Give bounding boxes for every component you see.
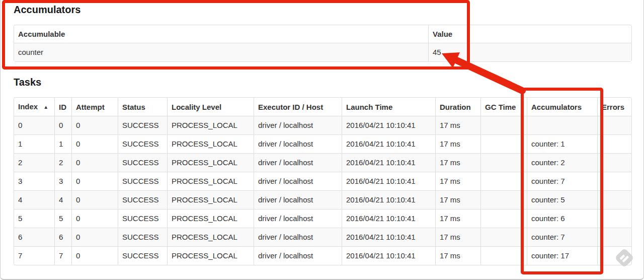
task-cell-id: 1 — [54, 134, 71, 153]
column-header-attempt[interactable]: Attempt — [71, 98, 118, 116]
task-cell-accumulators: counter: 6 — [527, 209, 597, 228]
task-cell-accumulators: counter: 2 — [527, 153, 597, 172]
task-cell-gc-time — [480, 209, 527, 228]
task-cell-index: 2 — [14, 153, 54, 172]
task-cell-locality: PROCESS_LOCAL — [167, 153, 254, 172]
task-cell-executor: driver / localhost — [254, 228, 342, 246]
task-cell-attempt: 0 — [71, 228, 118, 246]
task-cell-errors — [597, 134, 631, 153]
task-cell-index: 5 — [14, 209, 54, 228]
task-cell-status: SUCCESS — [118, 228, 167, 246]
task-cell-status: SUCCESS — [118, 134, 167, 153]
task-cell-locality: PROCESS_LOCAL — [167, 190, 254, 209]
task-cell-gc-time — [480, 153, 527, 172]
task-cell-locality: PROCESS_LOCAL — [167, 134, 254, 153]
column-header-gc-time[interactable]: GC Time — [480, 98, 527, 116]
task-cell-errors — [597, 172, 631, 190]
task-cell-accumulators — [527, 116, 597, 134]
task-cell-attempt: 0 — [71, 153, 118, 172]
task-cell-launch-time: 2016/04/21 10:10:41 — [342, 153, 435, 172]
accumulators-header-row: Accumulable Value — [14, 25, 631, 43]
task-cell-status: SUCCESS — [118, 246, 167, 265]
task-cell-index: 0 — [14, 116, 54, 134]
task-cell-launch-time: 2016/04/21 10:10:41 — [342, 190, 435, 209]
task-cell-id: 4 — [54, 190, 71, 209]
task-cell-duration: 17 ms — [435, 246, 480, 265]
task-cell-accumulators: counter: 5 — [527, 190, 597, 209]
task-cell-executor: driver / localhost — [254, 172, 342, 190]
task-cell-errors — [597, 153, 631, 172]
task-cell-gc-time — [480, 246, 527, 265]
column-header-index[interactable]: Index▲ — [14, 98, 54, 116]
task-cell-executor: driver / localhost — [254, 209, 342, 228]
task-cell-launch-time: 2016/04/21 10:10:41 — [342, 209, 435, 228]
task-cell-attempt: 0 — [71, 209, 118, 228]
column-header-value: Value — [428, 25, 631, 43]
column-header-accumulable: Accumulable — [14, 25, 428, 43]
task-cell-locality: PROCESS_LOCAL — [167, 228, 254, 246]
column-header-id[interactable]: ID — [54, 98, 71, 116]
task-cell-index: 7 — [14, 246, 54, 265]
spark-stage-page: Accumulators Accumulable Value counter 4… — [0, 0, 644, 280]
task-cell-launch-time: 2016/04/21 10:10:41 — [342, 134, 435, 153]
task-cell-attempt: 0 — [71, 116, 118, 134]
task-cell-status: SUCCESS — [118, 209, 167, 228]
task-row: 2 2 0 SUCCESS PROCESS_LOCAL driver / loc… — [14, 153, 631, 172]
tasks-header-row: Index▲ ID Attempt Status Locality Level … — [14, 98, 631, 116]
column-header-locality-level[interactable]: Locality Level — [167, 98, 254, 116]
accumulators-section-title: Accumulators — [14, 4, 80, 16]
task-row: 1 1 0 SUCCESS PROCESS_LOCAL driver / loc… — [14, 134, 631, 153]
task-cell-accumulators: counter: 1 — [527, 134, 597, 153]
task-row: 5 5 0 SUCCESS PROCESS_LOCAL driver / loc… — [14, 209, 631, 228]
task-cell-id: 7 — [54, 246, 71, 265]
task-cell-duration: 17 ms — [435, 209, 480, 228]
column-header-duration[interactable]: Duration — [435, 98, 480, 116]
task-row: 6 6 0 SUCCESS PROCESS_LOCAL driver / loc… — [14, 228, 631, 246]
task-cell-accumulators: counter: 17 — [527, 246, 597, 265]
task-cell-duration: 17 ms — [435, 190, 480, 209]
task-cell-id: 3 — [54, 172, 71, 190]
task-cell-duration: 17 ms — [435, 153, 480, 172]
task-cell-errors — [597, 228, 631, 246]
accumulator-row: counter 45 — [14, 43, 631, 61]
sort-ascending-icon: ▲ — [43, 104, 48, 110]
task-cell-index: 3 — [14, 172, 54, 190]
skitch-watermark-icon — [612, 245, 637, 270]
column-header-accumulators[interactable]: Accumulators — [527, 98, 597, 116]
task-cell-attempt: 0 — [71, 190, 118, 209]
task-cell-index: 1 — [14, 134, 54, 153]
task-cell-duration: 17 ms — [435, 134, 480, 153]
task-cell-gc-time — [480, 134, 527, 153]
task-cell-duration: 17 ms — [435, 228, 480, 246]
task-cell-locality: PROCESS_LOCAL — [167, 246, 254, 265]
task-row: 3 3 0 SUCCESS PROCESS_LOCAL driver / loc… — [14, 172, 631, 190]
task-cell-id: 0 — [54, 116, 71, 134]
task-cell-index: 6 — [14, 228, 54, 246]
task-cell-attempt: 0 — [71, 134, 118, 153]
task-cell-launch-time: 2016/04/21 10:10:41 — [342, 228, 435, 246]
annotation-arrow-shaft — [457, 60, 522, 91]
task-cell-accumulators: counter: 7 — [527, 228, 597, 246]
task-cell-duration: 17 ms — [435, 116, 480, 134]
task-row: 0 0 0 SUCCESS PROCESS_LOCAL driver / loc… — [14, 116, 631, 134]
column-header-status[interactable]: Status — [118, 98, 167, 116]
task-cell-executor: driver / localhost — [254, 116, 342, 134]
column-header-executor-id-host[interactable]: Executor ID / Host — [254, 98, 342, 116]
task-cell-id: 5 — [54, 209, 71, 228]
task-row: 4 4 0 SUCCESS PROCESS_LOCAL driver / loc… — [14, 190, 631, 209]
task-cell-gc-time — [480, 190, 527, 209]
task-cell-gc-time — [480, 172, 527, 190]
task-cell-id: 6 — [54, 228, 71, 246]
task-cell-status: SUCCESS — [118, 172, 167, 190]
task-cell-attempt: 0 — [71, 246, 118, 265]
task-cell-executor: driver / localhost — [254, 134, 342, 153]
tasks-table: Index▲ ID Attempt Status Locality Level … — [14, 97, 632, 265]
tasks-section-title: Tasks — [14, 76, 41, 89]
column-header-errors[interactable]: Errors — [597, 98, 631, 116]
task-cell-id: 2 — [54, 153, 71, 172]
task-cell-locality: PROCESS_LOCAL — [167, 172, 254, 190]
accumulable-value-cell: 45 — [428, 43, 631, 61]
column-header-launch-time[interactable]: Launch Time — [342, 98, 435, 116]
task-cell-executor: driver / localhost — [254, 246, 342, 265]
task-cell-launch-time: 2016/04/21 10:10:41 — [342, 246, 435, 265]
